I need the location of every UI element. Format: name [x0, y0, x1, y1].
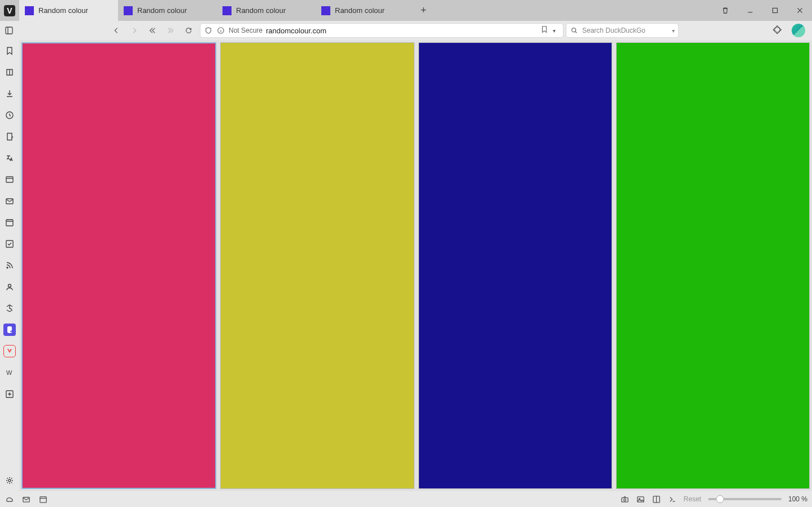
tile-2[interactable]: [418, 42, 612, 489]
svg-point-3: [572, 28, 576, 32]
shield-icon: [204, 26, 213, 35]
calendar-panel-button[interactable]: [3, 216, 16, 229]
tasks-panel-button[interactable]: [3, 238, 16, 250]
address-dropdown-icon[interactable]: ▾: [553, 28, 560, 34]
contacts-panel-button[interactable]: [3, 281, 16, 293]
svg-rect-0: [772, 8, 777, 12]
history-panel-button[interactable]: [3, 109, 16, 121]
search-placeholder: Search DuckDuckGo: [582, 27, 669, 34]
minimize-button[interactable]: [737, 0, 762, 21]
svg-point-10: [8, 285, 11, 287]
site-info-icon[interactable]: [216, 26, 225, 35]
maximize-button[interactable]: [762, 0, 787, 21]
extensions-button[interactable]: [768, 21, 786, 40]
svg-rect-7: [6, 220, 13, 226]
trash-tabs-button[interactable]: [713, 0, 737, 21]
rewind-button[interactable]: [143, 21, 161, 40]
sessions-panel-button[interactable]: [3, 302, 16, 314]
fast-forward-button[interactable]: [161, 21, 180, 40]
capture-button[interactable]: [621, 495, 630, 504]
svg-point-9: [7, 267, 8, 268]
side-panel: W: [0, 40, 19, 491]
nav-cluster: [107, 21, 198, 40]
feeds-panel-button[interactable]: [3, 259, 16, 272]
search-icon: [570, 26, 579, 35]
mastodon-panel-button[interactable]: [3, 324, 16, 336]
mail-status-icon[interactable]: [21, 495, 30, 504]
wikipedia-panel-button[interactable]: W: [3, 366, 16, 379]
zoom-value: 100 %: [788, 495, 807, 503]
new-tab-button[interactable]: +: [414, 0, 433, 21]
tile-0[interactable]: [21, 42, 216, 489]
zoom-slider[interactable]: [708, 498, 782, 500]
app-menu-button[interactable]: V: [0, 0, 19, 21]
zoom-reset-button[interactable]: Reset: [684, 495, 701, 503]
vivaldi-logo-icon: V: [4, 5, 15, 16]
svg-rect-16: [622, 497, 628, 502]
svg-point-17: [624, 499, 626, 501]
search-engine-dropdown-icon[interactable]: ▾: [672, 28, 675, 34]
tiled-page-area: [19, 40, 812, 491]
svg-point-13: [8, 479, 11, 482]
tab-0[interactable]: Random colour: [19, 0, 118, 21]
tab-2[interactable]: Random colour: [217, 0, 316, 21]
tab-3[interactable]: Random colour: [316, 0, 414, 21]
window-panel-button[interactable]: [3, 173, 16, 186]
tile-1[interactable]: [220, 42, 414, 489]
svg-rect-8: [6, 241, 13, 247]
status-bar: Reset 100 %: [0, 491, 812, 507]
mail-panel-button[interactable]: [3, 195, 16, 207]
tab-title: Random colour: [38, 6, 88, 15]
search-field[interactable]: Search DuckDuckGo ▾: [566, 23, 679, 38]
back-button[interactable]: [107, 21, 125, 40]
add-panel-button[interactable]: [3, 388, 16, 400]
tab-title: Random colour: [236, 6, 286, 15]
vivaldi-social-panel-button[interactable]: [3, 345, 16, 357]
security-label: Not Secure: [229, 27, 263, 34]
profile-avatar[interactable]: [792, 24, 805, 37]
sync-status-icon[interactable]: [5, 495, 14, 504]
zoom-slider-thumb[interactable]: [716, 495, 724, 503]
forward-button[interactable]: [125, 21, 143, 40]
tab-1[interactable]: Random colour: [118, 0, 217, 21]
settings-button[interactable]: [3, 474, 16, 487]
address-field[interactable]: Not Secure randomcolour.com ▾: [200, 23, 564, 38]
tab-favicon-icon: [321, 6, 330, 15]
page-actions-button[interactable]: [668, 495, 677, 504]
bookmarks-panel-button[interactable]: [3, 45, 16, 57]
reload-button[interactable]: [180, 21, 198, 40]
notes-panel-button[interactable]: [3, 130, 16, 143]
translate-panel-button[interactable]: [3, 152, 16, 164]
tile-3[interactable]: [616, 42, 810, 489]
url-text: randomcolour.com: [266, 27, 537, 35]
panel-toggle-button[interactable]: [0, 21, 18, 40]
tab-title: Random colour: [335, 6, 385, 15]
main-row: W: [0, 40, 812, 491]
tab-favicon-icon: [25, 6, 34, 15]
svg-rect-5: [6, 177, 13, 182]
svg-rect-15: [40, 496, 46, 502]
tab-favicon-icon: [124, 6, 133, 15]
svg-rect-1: [6, 27, 12, 34]
window-controls: [713, 0, 812, 21]
tab-favicon-icon: [222, 6, 232, 15]
tab-title: Random colour: [137, 6, 187, 15]
calendar-status-icon[interactable]: [38, 495, 47, 504]
tab-bar: V Random colour Random colour Random col…: [0, 0, 812, 21]
toolbar: Not Secure randomcolour.com ▾ Search Duc…: [0, 21, 812, 40]
images-toggle-button[interactable]: [636, 495, 645, 504]
downloads-panel-button[interactable]: [3, 88, 16, 100]
close-button[interactable]: [787, 0, 812, 21]
bookmark-button[interactable]: [540, 25, 549, 36]
svg-rect-18: [638, 496, 644, 501]
tiling-button[interactable]: [652, 495, 661, 504]
svg-text:W: W: [6, 369, 12, 376]
reading-list-panel-button[interactable]: [3, 66, 16, 78]
